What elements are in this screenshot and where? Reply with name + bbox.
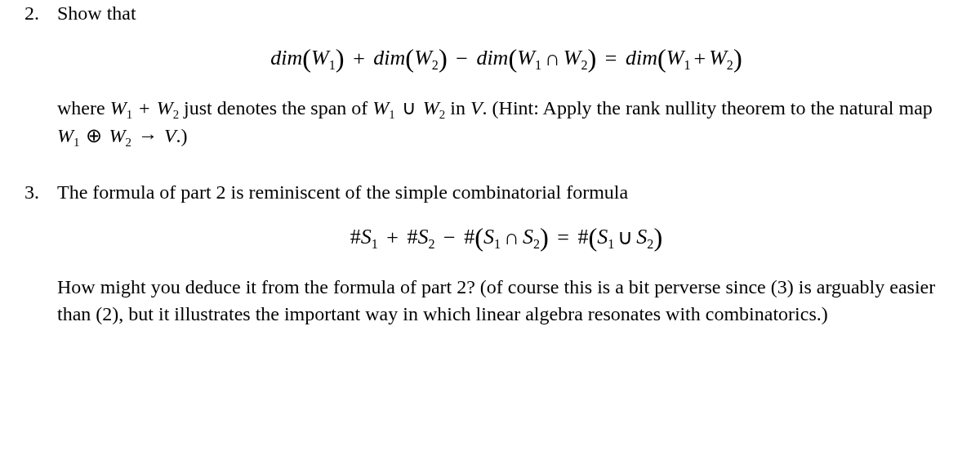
where-text: where W1 + W2 just denotes the span of W… xyxy=(57,95,956,150)
explanation-text: How might you deduce it from the formula… xyxy=(57,274,956,327)
problem-3: 3. The formula of part 2 is reminiscent … xyxy=(24,179,956,327)
problem-2: 2. Show that dim(W1) + dim(W2) − dim(W1∩… xyxy=(24,0,956,150)
equation-dim: dim(W1) + dim(W2) − dim(W1∩W2) = dim(W1+… xyxy=(57,41,956,77)
problem-number: 3. xyxy=(24,179,57,327)
page: 2. Show that dim(W1) + dim(W2) − dim(W1∩… xyxy=(0,0,980,327)
problem-body: The formula of part 2 is reminiscent of … xyxy=(57,179,956,327)
problem-body: Show that dim(W1) + dim(W2) − dim(W1∩W2)… xyxy=(57,0,956,150)
problem-number: 2. xyxy=(24,0,57,150)
intro-text: The formula of part 2 is reminiscent of … xyxy=(57,179,956,205)
equation-sets: #S1 + #S2 − #(S1∩S2) = #(S1∪S2) xyxy=(57,220,956,256)
intro-text: Show that xyxy=(57,0,956,26)
